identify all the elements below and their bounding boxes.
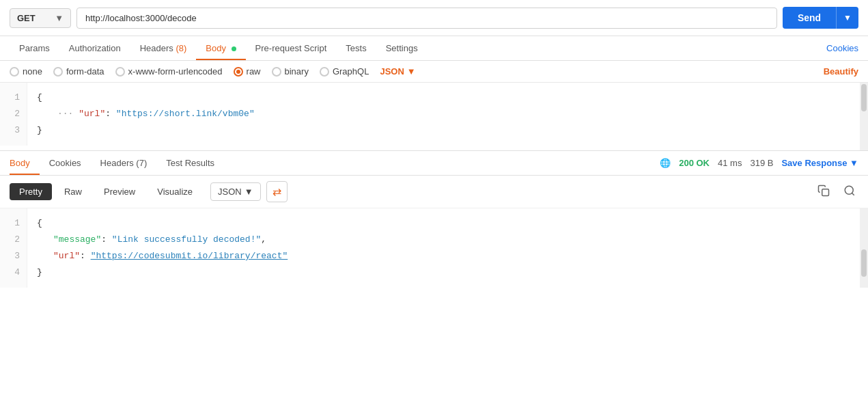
save-response-button[interactable]: Save Response ▼ bbox=[781, 158, 858, 168]
option-none[interactable]: none bbox=[10, 66, 42, 77]
option-raw-label: raw bbox=[247, 66, 261, 77]
res-tab-cookies[interactable]: Cookies bbox=[40, 151, 91, 175]
send-button[interactable]: Send bbox=[783, 7, 836, 29]
wrap-icon: ⇄ bbox=[272, 186, 281, 197]
request-code-content[interactable]: { ··· "url": "https://short.link/vbm0e" … bbox=[27, 83, 868, 146]
tab-body[interactable]: Body bbox=[196, 36, 245, 60]
svg-line-2 bbox=[852, 193, 854, 195]
option-raw[interactable]: raw bbox=[234, 66, 261, 77]
send-dropdown-button[interactable]: ▼ bbox=[836, 7, 858, 29]
radio-graphql bbox=[320, 67, 329, 77]
copy-button[interactable] bbox=[815, 182, 832, 202]
tab-headers[interactable]: Headers (8) bbox=[130, 36, 197, 60]
option-graphql[interactable]: GraphQL bbox=[320, 66, 369, 77]
request-body-editor: 1 2 3 { ··· "url": "https://short.link/v… bbox=[0, 83, 868, 151]
headers-badge: (8) bbox=[176, 43, 186, 53]
response-body-options: Pretty Raw Preview Visualize JSON ▼ ⇄ bbox=[0, 176, 868, 208]
tab-prerequest[interactable]: Pre-request Script bbox=[246, 36, 337, 60]
line-numbers-request: 1 2 3 bbox=[0, 83, 27, 146]
url-input[interactable] bbox=[76, 8, 777, 29]
response-scrollbar[interactable] bbox=[860, 208, 868, 288]
response-meta: 🌐 200 OK 41 ms 319 B Save Response ▼ bbox=[660, 158, 858, 168]
search-icon bbox=[843, 184, 856, 197]
beautify-button[interactable]: Beautify bbox=[824, 66, 858, 77]
svg-point-1 bbox=[845, 186, 853, 194]
method-selector[interactable]: GET ▼ bbox=[10, 8, 71, 28]
radio-formdata bbox=[53, 67, 63, 77]
response-tabs: Body Cookies Headers (7) Test Results 🌐 … bbox=[0, 151, 868, 176]
send-button-group: Send ▼ bbox=[783, 7, 858, 29]
option-none-label: none bbox=[23, 66, 42, 77]
option-urlencoded[interactable]: x-www-form-urlencoded bbox=[115, 66, 223, 77]
option-formdata-label: form-data bbox=[66, 66, 104, 77]
body-options: none form-data x-www-form-urlencoded raw… bbox=[0, 61, 868, 83]
tab-settings[interactable]: Settings bbox=[376, 36, 428, 60]
json-format-selector[interactable]: JSON ▼ bbox=[380, 66, 415, 77]
method-label: GET bbox=[17, 13, 36, 23]
response-time: 41 ms bbox=[718, 158, 742, 168]
option-graphql-label: GraphQL bbox=[333, 66, 369, 77]
option-binary[interactable]: binary bbox=[272, 66, 309, 77]
tab-tests[interactable]: Tests bbox=[336, 36, 376, 60]
response-body-editor: 1 2 3 4 { "message": "Link successfully … bbox=[0, 208, 868, 288]
search-button[interactable] bbox=[841, 182, 858, 202]
response-json-chevron-icon: ▼ bbox=[244, 187, 253, 197]
response-json-selector[interactable]: JSON ▼ bbox=[210, 182, 261, 201]
radio-none bbox=[10, 67, 19, 77]
radio-binary bbox=[272, 67, 281, 77]
response-json-label: JSON bbox=[218, 187, 242, 197]
option-urlencoded-label: x-www-form-urlencoded bbox=[128, 66, 223, 77]
request-tabs: Params Authorization Headers (8) Body Pr… bbox=[0, 36, 868, 61]
response-size: 319 B bbox=[750, 158, 773, 168]
body-dot bbox=[232, 46, 236, 51]
json-chevron-icon: ▼ bbox=[407, 66, 416, 77]
svg-rect-0 bbox=[822, 189, 829, 195]
copy-icon bbox=[817, 184, 830, 197]
status-badge: 200 OK bbox=[679, 158, 710, 168]
line-numbers-response: 1 2 3 4 bbox=[0, 208, 27, 288]
request-scrollbar[interactable] bbox=[860, 83, 868, 150]
format-raw-button[interactable]: Raw bbox=[55, 183, 92, 200]
globe-icon: 🌐 bbox=[660, 158, 671, 168]
format-visualize-button[interactable]: Visualize bbox=[148, 183, 202, 200]
wrap-button[interactable]: ⇄ bbox=[266, 181, 288, 202]
cookies-link[interactable]: Cookies bbox=[826, 43, 858, 53]
response-code-content[interactable]: { "message": "Link successfully decoded!… bbox=[27, 208, 868, 288]
radio-urlencoded bbox=[115, 67, 125, 77]
format-preview-button[interactable]: Preview bbox=[94, 183, 145, 200]
res-tab-headers[interactable]: Headers (7) bbox=[91, 151, 157, 175]
top-bar: GET ▼ Send ▼ bbox=[0, 0, 868, 36]
json-label: JSON bbox=[380, 66, 404, 77]
method-chevron-icon: ▼ bbox=[55, 13, 64, 23]
res-tab-body[interactable]: Body bbox=[10, 151, 40, 175]
res-tab-testresults[interactable]: Test Results bbox=[156, 151, 224, 175]
option-formdata[interactable]: form-data bbox=[53, 66, 104, 77]
radio-raw bbox=[234, 67, 243, 77]
tab-authorization[interactable]: Authorization bbox=[59, 36, 130, 60]
option-binary-label: binary bbox=[285, 66, 309, 77]
tab-params[interactable]: Params bbox=[10, 36, 59, 60]
format-pretty-button[interactable]: Pretty bbox=[10, 183, 52, 200]
